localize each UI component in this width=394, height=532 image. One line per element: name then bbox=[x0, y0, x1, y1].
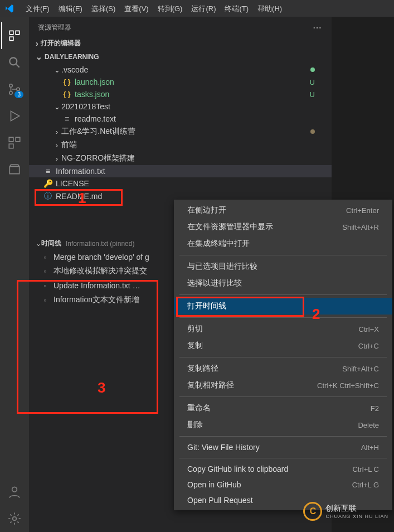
context-menu-item[interactable]: 复制相对路径Ctrl+K Ctrl+Shift+C bbox=[174, 377, 392, 394]
menu-item[interactable]: 选择(S) bbox=[87, 2, 120, 15]
context-menu-item[interactable]: 删除Delete bbox=[174, 417, 392, 433]
menu-separator bbox=[179, 458, 387, 458]
file-icon: 🔑 bbox=[42, 179, 53, 188]
file-item[interactable]: ≡readme.text bbox=[29, 113, 332, 125]
menu-label: 复制相对路径 bbox=[187, 380, 234, 390]
chevron-right-icon: › bbox=[36, 39, 38, 48]
menu-shortcut: Ctrl+K Ctrl+Shift+C bbox=[317, 381, 379, 390]
context-menu: 在侧边打开Ctrl+Enter在文件资源管理器中显示Shift+Alt+R在集成… bbox=[174, 200, 392, 510]
menu-label: 复制路径 bbox=[187, 364, 218, 374]
tree-label: Information.txt bbox=[56, 167, 325, 176]
svg-point-7 bbox=[12, 487, 17, 492]
file-item[interactable]: 🔑LICENSE bbox=[29, 177, 332, 190]
menu-shortcut: Shift+Alt+C bbox=[342, 365, 379, 373]
file-item[interactable]: { }launch.jsonU bbox=[29, 76, 332, 88]
menu-item[interactable]: 文件(F) bbox=[21, 2, 54, 15]
menu-shortcut: Ctrl+Enter bbox=[346, 206, 379, 215]
tree-label: NG-ZORRO框架搭建 bbox=[61, 153, 325, 163]
open-editors-section[interactable]: › 打开的编辑器 bbox=[29, 36, 332, 50]
folder-item[interactable]: ›NG-ZORRO框架搭建 bbox=[29, 152, 332, 165]
folder-item[interactable]: ›工作&学习.Net训练营 bbox=[29, 125, 332, 138]
watermark: C 创新互联 CHUANG XIN HU LIAN bbox=[303, 502, 388, 521]
menu-separator bbox=[179, 255, 387, 255]
git-status-letter: U bbox=[310, 78, 315, 86]
run-debug-tab[interactable] bbox=[1, 103, 28, 129]
context-menu-item[interactable]: Open in GitHubCtrl+L G bbox=[174, 477, 392, 492]
accounts-tab[interactable] bbox=[1, 478, 28, 505]
context-menu-item[interactable]: 与已选项目进行比较 bbox=[174, 258, 392, 275]
menu-item[interactable]: 终端(T) bbox=[220, 2, 253, 15]
settings-tab[interactable] bbox=[1, 505, 28, 532]
context-menu-item[interactable]: 在文件资源管理器中显示Shift+Alt+R bbox=[174, 219, 392, 235]
folder-item[interactable]: ›前端 bbox=[29, 138, 332, 152]
commit-icon: ◦ bbox=[43, 281, 49, 290]
menu-shortcut: Ctrl+C bbox=[358, 342, 379, 350]
chevron-right-icon: › bbox=[52, 141, 61, 149]
git-stash-tab[interactable] bbox=[1, 156, 28, 183]
svg-rect-4 bbox=[9, 137, 13, 142]
menu-label: 与已选项目进行比较 bbox=[187, 262, 257, 272]
menu-separator bbox=[179, 294, 387, 295]
menu-label: 剪切 bbox=[187, 324, 203, 334]
status-dot-icon bbox=[310, 129, 315, 134]
context-menu-item[interactable]: 剪切Ctrl+X bbox=[174, 321, 392, 337]
file-item[interactable]: ≡Information.txt bbox=[29, 165, 332, 177]
extensions-tab[interactable] bbox=[1, 129, 28, 156]
context-menu-item[interactable]: Git: View File HistoryAlt+H bbox=[174, 439, 392, 455]
menu-item[interactable]: 编辑(E) bbox=[54, 2, 87, 15]
context-menu-item[interactable]: 复制Ctrl+C bbox=[174, 337, 392, 354]
menu-label: 复制 bbox=[187, 341, 203, 351]
context-menu-item[interactable]: 重命名F2 bbox=[174, 400, 392, 417]
folder-item[interactable]: ⌄.vscode bbox=[29, 64, 332, 76]
menu-shortcut: Ctrl+L G bbox=[352, 481, 379, 489]
project-section[interactable]: ⌄ DAILYLEARNING bbox=[29, 50, 332, 64]
git-status-letter: U bbox=[310, 90, 315, 99]
tree-label: .vscode bbox=[61, 65, 310, 74]
commit-icon: ◦ bbox=[43, 267, 49, 275]
explorer-tab[interactable] bbox=[1, 22, 28, 49]
svg-point-3 bbox=[17, 88, 20, 90]
tree-label: launch.json bbox=[75, 78, 310, 86]
tree-label: readme.text bbox=[75, 114, 325, 123]
chevron-down-icon: ⌄ bbox=[52, 66, 61, 74]
svg-point-1 bbox=[9, 84, 12, 87]
context-menu-item[interactable]: 选择以进行比较 bbox=[174, 275, 392, 292]
menu-separator bbox=[179, 317, 387, 318]
chevron-down-icon: ⌄ bbox=[52, 103, 61, 111]
menu-item[interactable]: 转到(G) bbox=[153, 2, 187, 15]
menu-item[interactable]: 帮助(H) bbox=[253, 2, 286, 15]
tree-label: tasks.json bbox=[75, 90, 310, 99]
folder-item[interactable]: ⌄20210218Test bbox=[29, 100, 332, 113]
context-menu-item[interactable]: Copy GitHub link to clipboardCtrl+L C bbox=[174, 461, 392, 477]
search-tab[interactable] bbox=[1, 49, 28, 76]
status-dot-icon bbox=[310, 67, 315, 72]
menu-shortcut: Shift+Alt+R bbox=[342, 223, 379, 231]
svg-point-2 bbox=[9, 91, 12, 94]
menu-item[interactable]: 查看(V) bbox=[120, 2, 153, 15]
file-icon: ≡ bbox=[42, 167, 53, 176]
menu-label: 选择以进行比较 bbox=[187, 278, 242, 288]
menu-item[interactable]: 运行(R) bbox=[187, 2, 220, 15]
file-tree: ⌄.vscode{ }launch.jsonU{ }tasks.jsonU⌄20… bbox=[29, 64, 332, 203]
context-menu-item[interactable]: 复制路径Shift+Alt+C bbox=[174, 360, 392, 377]
chevron-down-icon: ⌄ bbox=[36, 52, 42, 61]
menu-shortcut: Ctrl+L C bbox=[352, 465, 379, 473]
menu-label: Open in GitHub bbox=[187, 480, 241, 489]
activity-bar: 3 bbox=[0, 17, 29, 532]
vscode-logo-icon bbox=[4, 3, 14, 13]
file-item[interactable]: { }tasks.jsonU bbox=[29, 88, 332, 100]
svg-rect-5 bbox=[16, 137, 20, 142]
menu-separator bbox=[179, 357, 387, 357]
source-control-tab[interactable]: 3 bbox=[1, 76, 28, 103]
tree-label: LICENSE bbox=[56, 179, 325, 188]
chevron-down-icon: ⌄ bbox=[36, 240, 41, 248]
context-menu-item[interactable]: 在侧边打开Ctrl+Enter bbox=[174, 202, 392, 219]
more-actions-icon[interactable]: ⋯ bbox=[313, 22, 323, 33]
chevron-right-icon: › bbox=[52, 128, 61, 136]
tree-label: 20210218Test bbox=[61, 102, 325, 111]
menu-shortcut: Alt+H bbox=[361, 443, 379, 452]
context-menu-item[interactable]: 打开时间线 bbox=[174, 298, 392, 315]
tree-label: 工作&学习.Net训练营 bbox=[61, 127, 310, 137]
menu-label: 在侧边打开 bbox=[187, 205, 226, 215]
context-menu-item[interactable]: 在集成终端中打开 bbox=[174, 235, 392, 252]
